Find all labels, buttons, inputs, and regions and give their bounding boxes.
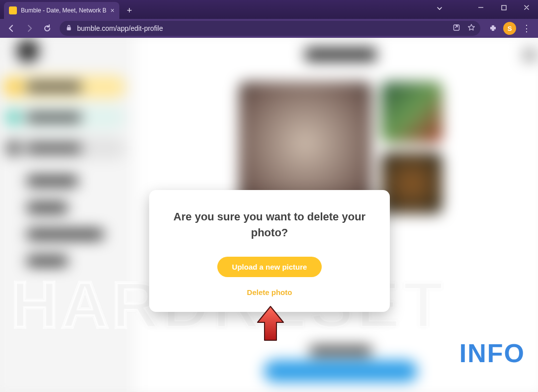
bumble-favicon bbox=[9, 6, 17, 14]
svg-rect-1 bbox=[502, 5, 506, 10]
extensions-icon[interactable] bbox=[484, 21, 501, 36]
forward-button[interactable] bbox=[21, 21, 38, 36]
modal-title: Are you sure you want to delete your pho… bbox=[167, 209, 372, 241]
url-text: bumble.com/app/edit-profile bbox=[77, 24, 163, 32]
back-button[interactable] bbox=[3, 21, 20, 36]
profile-avatar[interactable]: S bbox=[501, 21, 518, 36]
reload-button[interactable] bbox=[39, 21, 56, 36]
avatar-letter: S bbox=[503, 22, 516, 35]
new-tab-button[interactable]: + bbox=[122, 3, 136, 17]
close-window-button[interactable] bbox=[515, 0, 538, 15]
address-bar-row: bumble.com/app/edit-profile S ⋮ bbox=[0, 19, 538, 38]
kebab-menu-icon[interactable]: ⋮ bbox=[518, 21, 535, 36]
url-bar[interactable]: bumble.com/app/edit-profile bbox=[60, 21, 480, 36]
page-viewport: HARDRESET INFO Are you sure you want to … bbox=[0, 38, 538, 392]
delete-photo-modal: Are you sure you want to delete your pho… bbox=[149, 190, 390, 312]
share-icon[interactable] bbox=[452, 24, 460, 33]
watermark-sub: INFO bbox=[459, 338, 525, 368]
star-icon[interactable] bbox=[467, 24, 475, 33]
minimize-button[interactable] bbox=[469, 0, 492, 15]
maximize-button[interactable] bbox=[492, 0, 515, 15]
window-titlebar: Bumble - Date, Meet, Network B × + bbox=[0, 0, 538, 19]
lock-icon bbox=[66, 24, 72, 32]
browser-tab[interactable]: Bumble - Date, Meet, Network B × bbox=[4, 2, 119, 19]
window-controls bbox=[469, 0, 538, 15]
svg-rect-2 bbox=[67, 27, 71, 31]
close-tab-icon[interactable]: × bbox=[110, 6, 114, 14]
chevron-down-icon[interactable] bbox=[433, 2, 447, 14]
tab-title: Bumble - Date, Meet, Network B bbox=[21, 7, 106, 14]
delete-photo-button[interactable]: Delete photo bbox=[247, 288, 292, 296]
upload-new-picture-button[interactable]: Upload a new picture bbox=[217, 257, 322, 277]
